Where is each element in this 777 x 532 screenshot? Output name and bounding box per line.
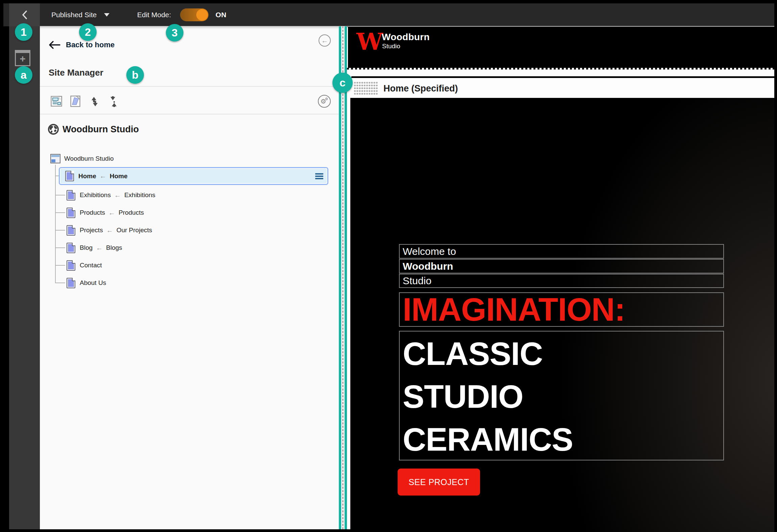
- row-menu-icon[interactable]: [315, 173, 323, 179]
- page-icon: [67, 260, 75, 271]
- hero-text-line1[interactable]: Welcome to: [399, 244, 724, 259]
- panel-splitter[interactable]: [339, 26, 347, 529]
- globe-icon: [48, 124, 59, 135]
- left-arrow-glyph: ←: [114, 191, 121, 199]
- annotation-marker-c: c: [332, 73, 353, 93]
- page-icon: [65, 171, 74, 181]
- caret-down-icon: [104, 13, 109, 17]
- tree-root-node[interactable]: Woodburn Studio: [50, 154, 114, 163]
- tree-item-alias: Exhibitions: [124, 191, 155, 199]
- back-button[interactable]: [9, 3, 40, 26]
- page-title: Site Manager: [49, 68, 103, 78]
- annotation-marker-1: 1: [15, 23, 32, 41]
- blank-page-icon: [70, 96, 80, 107]
- left-arrow-glyph: ←: [108, 209, 115, 217]
- tree-item-blog[interactable]: Blog←Blogs: [60, 239, 327, 257]
- left-arrow-glyph: ←: [100, 172, 106, 180]
- left-arrow-icon: [48, 41, 60, 49]
- hero-text-line3[interactable]: Studio: [399, 274, 724, 288]
- app-sidebar: [9, 26, 40, 529]
- tree-root-label: Woodburn Studio: [64, 155, 114, 162]
- left-arrow-glyph: ←: [106, 227, 113, 234]
- brand-name: Woodburn: [382, 32, 430, 43]
- chevron-left-icon: [21, 10, 28, 20]
- see-project-button[interactable]: SEE PROJECT: [398, 469, 480, 496]
- new-blank-page-button[interactable]: [69, 95, 81, 107]
- section-divider: [351, 76, 774, 78]
- site-theme-settings-button[interactable]: ⚙⚙: [318, 95, 331, 108]
- headline-line: STUDIO: [403, 375, 573, 418]
- annotation-marker-2: 2: [79, 23, 97, 41]
- left-arrow-glyph: ←: [96, 244, 103, 252]
- tree-item-alias: Blogs: [106, 244, 122, 251]
- hero-text-line2[interactable]: Woodburn: [399, 259, 724, 273]
- region-drag-handle[interactable]: [354, 81, 378, 96]
- tree-item-about-us[interactable]: About Us: [60, 274, 327, 292]
- splitter-grip: [341, 26, 345, 529]
- tree-item-name: Products: [80, 209, 105, 216]
- divider: [40, 86, 339, 87]
- site-title: Woodburn Studio: [62, 124, 139, 135]
- expand-arrows-icon: [88, 96, 100, 107]
- annotation-marker-a: a: [15, 66, 32, 84]
- gears-icon: ⚙⚙: [318, 95, 331, 108]
- divider: [40, 114, 339, 114]
- tree-item-exhibitions[interactable]: Exhibitions←Exhibitions: [60, 186, 327, 204]
- edit-mode-label: Edit Mode:: [137, 3, 171, 26]
- published-site-label: Published Site: [51, 11, 97, 19]
- tree-item-contact[interactable]: Contact: [60, 257, 327, 274]
- tree-item-name: Contact: [80, 262, 102, 269]
- tree-item-name: Blog: [80, 244, 93, 251]
- tree-rows: Home←HomeExhibitions←ExhibitionsProducts…: [60, 168, 327, 292]
- back-to-home-label: Back to home: [66, 41, 115, 49]
- circle-left-arrow-icon: ←: [321, 37, 328, 45]
- preview-page-content: Welcome to Woodburn Studio IMAGINATION: …: [350, 98, 774, 532]
- tree-item-home[interactable]: Home←Home: [60, 168, 327, 184]
- back-to-home-link[interactable]: Back to home: [48, 41, 115, 49]
- edit-mode-toggle[interactable]: [180, 8, 208, 21]
- page-icon: [67, 190, 75, 201]
- region-label: Home (Specified): [383, 83, 458, 94]
- tree-item-alias: Products: [119, 209, 144, 216]
- editable-region-border: [347, 68, 774, 70]
- published-site-dropdown[interactable]: Published Site: [51, 3, 109, 26]
- tree-item-name: Exhibitions: [80, 191, 111, 199]
- preview-site-header: W Woodburn Studio: [348, 27, 774, 68]
- tree-item-name: Projects: [80, 227, 103, 234]
- tree-item-name: About Us: [80, 279, 106, 287]
- tree-item-alias: Our Projects: [117, 227, 152, 234]
- annotation-marker-b: b: [126, 66, 144, 84]
- tree-item-alias: Home: [110, 172, 128, 180]
- add-panel-button[interactable]: +: [15, 50, 30, 66]
- tree-item-projects[interactable]: Projects←Our Projects: [60, 221, 327, 239]
- site-node-icon: [50, 154, 60, 163]
- brand-logo-w: W: [356, 30, 383, 53]
- collapse-all-button[interactable]: [107, 95, 119, 107]
- headline-line: CLASSIC: [403, 332, 573, 375]
- collapse-arrows-icon: [107, 96, 119, 107]
- app-window: Published Site Edit Mode: ON + ← Back to…: [0, 0, 777, 532]
- tree-item-products[interactable]: Products←Products: [60, 204, 327, 221]
- new-page-from-template-button[interactable]: [50, 95, 62, 107]
- toggle-knob: [196, 9, 208, 21]
- page-icon: [67, 225, 75, 236]
- collapse-panel-button[interactable]: ←: [319, 34, 331, 47]
- page-icon: [67, 243, 75, 253]
- brand-subtitle: Studio: [382, 43, 400, 50]
- tree-item-name: Home: [78, 172, 96, 180]
- page-template-icon: [51, 96, 62, 107]
- headline-line: CERAMICS: [403, 418, 573, 461]
- top-toolbar: [3, 3, 774, 26]
- page-icon: [67, 278, 75, 288]
- hero-headline-red[interactable]: IMAGINATION:: [399, 292, 724, 327]
- expand-all-button[interactable]: [88, 95, 100, 107]
- edit-mode-state: ON: [216, 3, 227, 26]
- annotation-marker-3: 3: [166, 24, 183, 42]
- hero-headline-main[interactable]: CLASSIC STUDIO CERAMICS: [399, 331, 724, 460]
- page-icon: [67, 208, 75, 218]
